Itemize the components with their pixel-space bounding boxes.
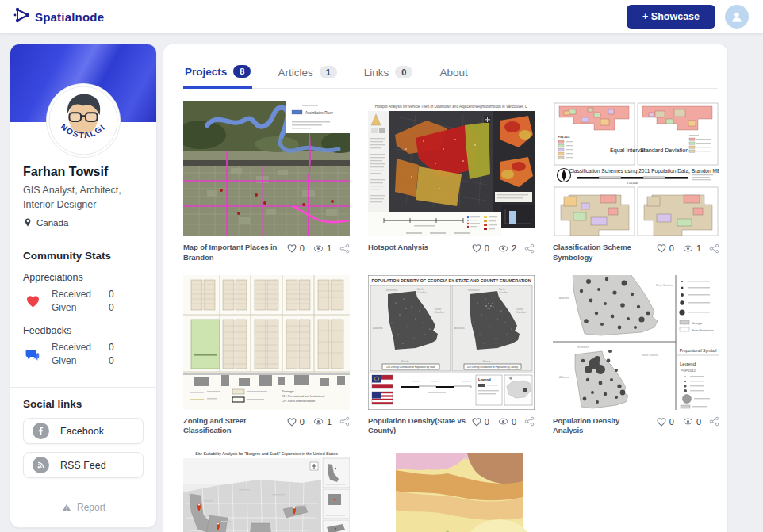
profile-avatar[interactable]: NOSTALGIA [47,84,120,157]
svg-text:Assiniboine River: Assiniboine River [305,111,333,115]
share-icon [709,243,719,254]
share-icon [709,416,719,427]
svg-text:Carolina: Carolina [516,311,526,314]
content-tabs: Projects 8 Articles 1 Links 0 About [183,65,718,89]
svg-text:POPULATION DENSITY OF GEORGIA: POPULATION DENSITY OF GEORGIA BY STATE A… [371,278,531,283]
share-button[interactable] [709,243,719,254]
eye-icon [682,243,694,254]
appreciations-given-label: Given [52,301,109,315]
like-button[interactable]: 0 [286,243,305,254]
like-button[interactable]: 0 [471,243,489,254]
views-indicator: 1 [312,416,332,427]
social-links-heading: Social links [23,398,144,410]
project-thumbnail-classification[interactable]: Pop 2011 Equal Interval Standard Deviati… [553,101,719,236]
project-title[interactable]: Hotspot Analysis [368,243,466,253]
heart-outline-icon [286,243,297,254]
showcase-button[interactable]: + Showcase [627,5,715,29]
project-thumbnail-georgia-density[interactable]: POPULATION DENSITY OF GEORGIA BY STATE A… [368,275,535,410]
project-card: Hotspot Analysis for Vehicle Theft of Do… [368,101,535,275]
svg-text:1:50,000: 1:50,000 [627,182,638,185]
tab-projects[interactable]: Projects 8 [183,65,252,89]
heart-outline-icon [656,243,667,254]
like-count: 0 [300,243,305,253]
svg-text:Georgia: Georgia [692,321,702,324]
header-user-avatar[interactable] [725,5,749,29]
spatialnode-logo[interactable]: Spatialnode [13,6,104,28]
tab-articles[interactable]: Articles 1 [276,65,338,88]
facebook-label: Facebook [60,426,104,437]
share-button[interactable] [339,416,350,427]
svg-text:North Carolina: North Carolina [656,284,673,287]
project-card: Zonings: R1 - Recreational and Instituti… [183,275,350,449]
heart-outline-icon [471,243,482,254]
heart-outline-icon [286,416,297,427]
svg-text:R1 - Recreational and Institut: R1 - Recreational and Institutional [282,395,324,398]
appreciations-received-label: Received [52,288,109,301]
project-thumbnail-hotspot[interactable]: Hotspot Analysis for Vehicle Theft of Do… [368,101,535,236]
view-count: 1 [327,417,332,427]
heart-outline-icon [471,416,482,427]
share-icon [339,243,350,254]
appreciations-received-value: 0 [109,288,114,301]
svg-text:State Boundaries: State Boundaries [692,328,714,331]
articles-count-badge: 1 [320,66,337,78]
heart-outline-icon [656,416,667,427]
svg-text:South Carolina: South Carolina [642,354,658,357]
like-count: 0 [669,417,674,427]
project-thumbnail-surface-interpolation[interactable] [368,448,535,532]
top-navigation-bar: Spatialnode + Showcase [0,0,763,33]
project-title[interactable]: Population Density Analysis [553,416,651,437]
share-icon [524,416,535,427]
views-indicator: 0 [682,416,701,427]
share-button[interactable] [524,243,535,254]
like-count: 0 [485,417,489,427]
views-indicator: 1 [682,243,701,254]
like-count: 0 [669,243,674,253]
like-button[interactable]: 0 [471,416,489,427]
rss-icon [33,457,49,473]
svg-text:Alabama: Alabama [559,376,569,379]
svg-text:Alabama: Alabama [454,327,465,330]
rss-feed-link[interactable]: RSS Feed [23,452,144,478]
svg-text:Alabama: Alabama [373,327,383,330]
svg-text:Tennessee: Tennessee [577,346,589,349]
like-count: 0 [300,417,305,427]
svg-text:Alabama: Alabama [559,297,569,300]
svg-text:Standard Deviation: Standard Deviation [640,147,688,154]
project-card: Pop 2011 Equal Interval Standard Deviati… [553,101,719,275]
svg-text:Florida: Florida [483,360,491,363]
project-title[interactable]: Map of Important Places in Brandon [183,243,282,263]
report-label: Report [77,502,105,513]
appreciations-given-value: 0 [109,301,114,315]
tab-about[interactable]: About [438,65,469,88]
like-button[interactable]: 0 [286,416,305,427]
feedback-chat-icon [25,347,40,362]
project-card: Site Suitability Analysis for "Burgers a… [183,448,350,532]
project-thumbnail-proportional-symbols[interactable]: AlabamaNorth CarolinaAlabama South Carol… [553,275,719,410]
project-thumbnail-brandon-map[interactable]: Assiniboine River [183,101,350,236]
share-icon [524,243,535,254]
tab-links[interactable]: Links 0 [362,65,415,88]
profile-location: Canada [36,218,68,228]
project-thumbnail-zoning[interactable]: Zonings: R1 - Recreational and Instituti… [183,275,350,410]
project-thumbnail-site-suitability[interactable]: Site Suitability Analysis for "Burgers a… [183,448,350,532]
share-icon [339,416,350,427]
like-button[interactable]: 0 [656,243,674,254]
like-button[interactable]: 0 [656,416,674,427]
share-button[interactable] [709,416,719,427]
project-title[interactable]: Classification Scheme Symbology [553,243,651,263]
feedbacks-received-label: Received [52,341,109,354]
report-button[interactable]: Report [10,486,156,527]
share-button[interactable] [524,416,535,427]
share-button[interactable] [339,243,350,254]
facebook-icon [33,423,49,439]
svg-text:Florida: Florida [401,360,409,363]
project-title[interactable]: Zoning and Street Classification [183,416,282,437]
project-card: POPULATION DENSITY OF GEORGIA BY STATE A… [368,275,535,449]
eye-icon [682,416,694,427]
project-title[interactable]: Population Density(State vs County) [368,416,466,437]
profile-name: Farhan Towsif [10,157,156,179]
svg-text:Carolina: Carolina [417,291,427,294]
facebook-link[interactable]: Facebook [23,418,144,444]
svg-text:Site Suitability Analysis for: Site Suitability Analysis for "Burgers a… [195,451,338,456]
